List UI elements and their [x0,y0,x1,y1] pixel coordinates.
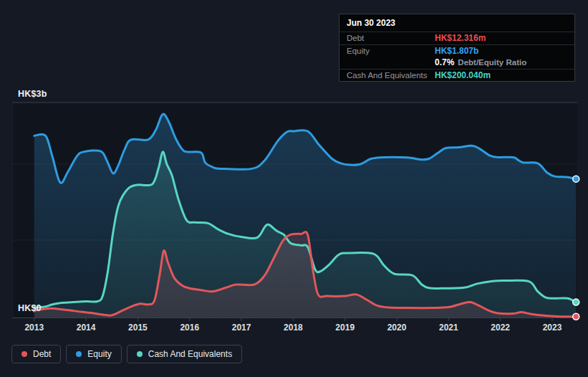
debt-equity-history-chart: HK$3b HK$0 20132014201520162017201820192… [0,0,588,377]
cash-and-equivalents-endpoint-dot[interactable] [573,299,579,305]
tooltip-row-value: HK$12.316m [435,33,486,43]
legend-item-label: Debt [33,349,51,359]
x-tick-label-2021: 2021 [433,323,464,333]
legend-item-label: Equity [87,349,111,359]
chart-legend: DebtEquityCash And Equivalents [11,345,242,363]
x-tick-label-2020: 2020 [381,323,413,333]
x-tick-label-2022: 2022 [485,323,516,333]
chart-tooltip: Jun 30 2023 DebtHK$12.316mEquityHK$1.807… [339,14,575,82]
x-tick-label-2016: 2016 [174,323,206,333]
legend-item-cash-and-equivalents[interactable]: Cash And Equivalents [127,345,242,363]
y-axis-min-label: HK$0 [18,303,42,313]
tooltip-row-value: HK$200.040m [435,70,491,80]
tooltip-row-label: Debt [347,34,435,42]
x-tick-label-2019: 2019 [329,323,361,333]
x-tick-label-2015: 2015 [122,323,153,333]
equity-endpoint-dot[interactable] [573,176,579,182]
x-tick-label-2023: 2023 [536,323,568,333]
x-tick-label-2018: 2018 [277,323,309,333]
tooltip-date: Jun 30 2023 [339,14,574,32]
equity-dot-icon [76,351,82,357]
debt-dot-icon [21,351,27,357]
tooltip-row-cash-and-equivalents: Cash And EquivalentsHK$200.040m [339,69,574,82]
y-axis-max-label: HK$3b [18,89,47,99]
tooltip-row-label: Equity [347,47,435,55]
tooltip-row-debt: DebtHK$12.316m [339,32,574,44]
legend-item-label: Cash And Equivalents [148,349,232,359]
tooltip-row-value: HK$1.807b [435,46,478,56]
x-tick-label-2017: 2017 [226,323,257,333]
debt-endpoint-dot[interactable] [573,313,579,320]
tooltip-ratio-caption: Debt/Equity Ratio [458,58,526,67]
cash-and-equivalents-dot-icon [137,351,143,357]
tooltip-row-label: Cash And Equivalents [347,71,435,80]
x-tick-label-2013: 2013 [19,323,50,333]
x-tick-label-2014: 2014 [70,323,102,333]
tooltip-rows: DebtHK$12.316mEquityHK$1.807b0.7%Debt/Eq… [339,32,574,81]
tooltip-row-equity: EquityHK$1.807b [339,44,574,57]
tooltip-row-ratio: 0.7%Debt/Equity Ratio [339,57,574,69]
tooltip-ratio-value: 0.7% [435,57,454,67]
legend-item-debt[interactable]: Debt [11,345,61,363]
legend-item-equity[interactable]: Equity [66,345,121,363]
